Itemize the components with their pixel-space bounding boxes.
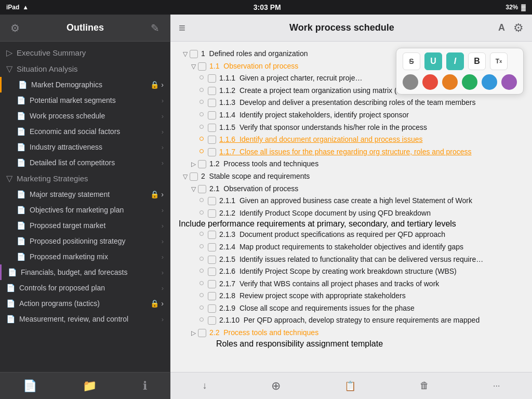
settings-icon[interactable]: ⚙ [513, 21, 524, 35]
sidebar-item-action-programs[interactable]: 📄 Action programs (tactics) 🔒 › [0, 296, 170, 311]
color-orange[interactable] [442, 74, 458, 90]
checkbox[interactable] [208, 197, 216, 205]
expand-icon[interactable]: ▷ [191, 160, 196, 169]
checkbox[interactable] [208, 87, 216, 95]
checkbox[interactable] [208, 74, 216, 83]
sidebar-group-marketing[interactable]: ▽ Marketing Strategies [0, 170, 170, 187]
chevron-icon: › [162, 143, 164, 151]
expand-icon[interactable]: ▽ [191, 185, 196, 194]
outline-row-2-1-8[interactable]: 2.1.8 Review project scope with appropri… [179, 290, 524, 302]
checkbox[interactable] [198, 160, 206, 168]
checkbox-1[interactable] [190, 50, 198, 58]
outline-row-2-1-9[interactable]: 2.1.9 Close all scope and requirements i… [179, 302, 524, 315]
checkbox-1-1[interactable] [198, 62, 206, 71]
more-options-button[interactable]: ··· [493, 381, 500, 391]
outline-row-2-2[interactable]: ▷ 2.2 Process tools and techniques [179, 327, 524, 339]
item-label: Major strategy statement [30, 190, 110, 198]
color-gray[interactable] [403, 74, 418, 90]
outline-row-2-1-2[interactable]: 2.1.2 Identify Product Scope document by… [179, 207, 524, 220]
sidebar-group-executive-summary[interactable]: ▷ Executive Summary [0, 45, 170, 61]
bullet [200, 149, 204, 153]
sidebar-item-market-demographics[interactable]: 📄 Market Demographics 🔒 › [0, 77, 170, 92]
strikethrough-button[interactable]: S [403, 52, 420, 70]
folder-icon-2: ▽ [6, 64, 12, 74]
checkbox[interactable] [208, 231, 216, 239]
checkbox[interactable] [208, 99, 216, 107]
font-icon[interactable]: A [498, 22, 505, 33]
sidebar-item-target-market[interactable]: 📄 Proposed target market › [0, 218, 170, 233]
checkbox[interactable] [190, 172, 198, 181]
checkbox[interactable] [208, 111, 216, 119]
move-down-button[interactable]: ↓ [203, 380, 207, 391]
sidebar-item-work-process[interactable]: 📄 Work process schedule › [0, 108, 170, 124]
sidebar-settings-icon[interactable]: ⚙ [8, 20, 22, 36]
device-label: iPad [6, 4, 19, 11]
tx-button[interactable]: Tx [490, 52, 508, 70]
checkbox[interactable] [198, 185, 206, 193]
checkbox[interactable] [208, 243, 216, 251]
checkbox[interactable] [208, 304, 216, 313]
sidebar-item-controls[interactable]: 📄 Controls for proposed plan › [0, 280, 170, 296]
outline-row-2-1-4[interactable]: 2.1.4 Map product requirements to stakeh… [179, 241, 524, 254]
checkbox[interactable] [208, 136, 216, 144]
new-folder-button[interactable]: 📁 [83, 379, 97, 393]
outline-text: 2.1.5 Identify issues related to functio… [219, 255, 483, 265]
outline-row-2-1-1[interactable]: 2.1.1 Given an approved business case cr… [179, 195, 524, 207]
italic-button[interactable]: I [446, 52, 464, 70]
add-item-button[interactable]: ⊕ [271, 379, 281, 393]
outline-row-1-1-3[interactable]: 1.1.3 Develop and deliver a presentation… [179, 97, 524, 109]
outline-row-2-1-7[interactable]: 2.1.7 Verify that WBS contains all proje… [179, 278, 524, 290]
doc-icon: 📄 [17, 127, 25, 136]
sidebar-item-competitors[interactable]: 📄 Detailed list of competitors › [0, 155, 170, 170]
sidebar-item-positioning[interactable]: 📄 Proposed positioning strategy › [0, 233, 170, 249]
outline-row-1-1-5[interactable]: 1.1.5 Verify that sponsor understands hi… [179, 122, 524, 134]
checkbox[interactable] [208, 124, 216, 132]
sidebar-item-industry[interactable]: 📄 Industry attractiveness › [0, 139, 170, 155]
outline-row-2[interactable]: ▽ 2 Stable scope and requirements [179, 170, 524, 183]
underline-button[interactable]: U [424, 52, 442, 70]
expand-icon[interactable]: ▽ [183, 172, 188, 181]
color-purple[interactable] [501, 74, 517, 90]
outline-row-1-1-7[interactable]: 1.1.7 Close all issues for the phase reg… [179, 146, 524, 158]
color-red[interactable] [422, 74, 438, 90]
sidebar-edit-icon[interactable]: ✎ [149, 20, 162, 36]
sidebar-item-measurement[interactable]: 📄 Measurement, review, and control › [0, 311, 170, 327]
outline-row-2-1-10[interactable]: 2.1.10 Per QFD approach, develop strateg… [179, 314, 524, 327]
expand-icon[interactable]: ▷ [191, 329, 196, 338]
checkbox[interactable] [208, 292, 216, 300]
sidebar-item-major-strategy[interactable]: 📄 Major strategy statement 🔒 › [0, 187, 170, 202]
doc-icon: 📄 [17, 206, 25, 214]
outline-row-1-1-6[interactable]: 1.1.6 Identify and document organization… [179, 134, 524, 146]
delete-button[interactable]: 🗑 [420, 380, 429, 391]
sidebar-item-economic[interactable]: 📄 Economic and social factors › [0, 124, 170, 139]
checkbox[interactable] [208, 209, 216, 218]
outline-row-1-1-4[interactable]: 1.1.4 Identify project stakeholders, ide… [179, 109, 524, 122]
expand-icon[interactable]: ▽ [191, 62, 196, 71]
outline-row-2-1-6[interactable]: 2.1.6 Identify Project Scope by creating… [179, 265, 524, 278]
format-buttons-row: S U I B Tx [403, 52, 517, 70]
outline-row-1-2[interactable]: ▷ 1.2 Process tools and techniques [179, 158, 524, 170]
sidebar-item-objectives[interactable]: 📄 Objectives for marketing plan › [0, 202, 170, 218]
sidebar-item-marketing-mix[interactable]: 📄 Proposed marketing mix › [0, 249, 170, 264]
list-icon[interactable]: ≡ [179, 21, 185, 35]
checkbox[interactable] [208, 280, 216, 288]
clipboard-button[interactable]: 📋 [344, 380, 356, 392]
new-doc-button[interactable]: 📄 [23, 379, 37, 393]
color-green[interactable] [462, 74, 477, 90]
sidebar-item-potential-market[interactable]: 📄 Potential market segments › [0, 92, 170, 108]
sidebar-item-financials[interactable]: 📄 Financials, budget, and forecasts › [0, 264, 170, 280]
color-blue[interactable] [482, 74, 497, 90]
checkbox[interactable] [208, 148, 216, 156]
sidebar-group-situation-analysis[interactable]: ▽ Situation Analysis [0, 61, 170, 77]
checkbox[interactable] [208, 268, 216, 276]
info-button[interactable]: ℹ [143, 379, 147, 393]
bold-button[interactable]: B [468, 52, 486, 70]
checkbox[interactable] [198, 329, 206, 337]
outline-row-2-1[interactable]: ▽ 2.1 Observation of process [179, 183, 524, 195]
expand-icon[interactable]: ▽ [183, 50, 188, 59]
outline-row-2-1-3[interactable]: 2.1.3 Document product specifications as… [179, 229, 524, 241]
checkbox[interactable] [208, 256, 216, 264]
outline-row-2-1-5[interactable]: 2.1.5 Identify issues related to functio… [179, 254, 524, 266]
outline-text: 2.1.7 Verify that WBS contains all proje… [219, 279, 439, 289]
checkbox[interactable] [208, 316, 216, 325]
